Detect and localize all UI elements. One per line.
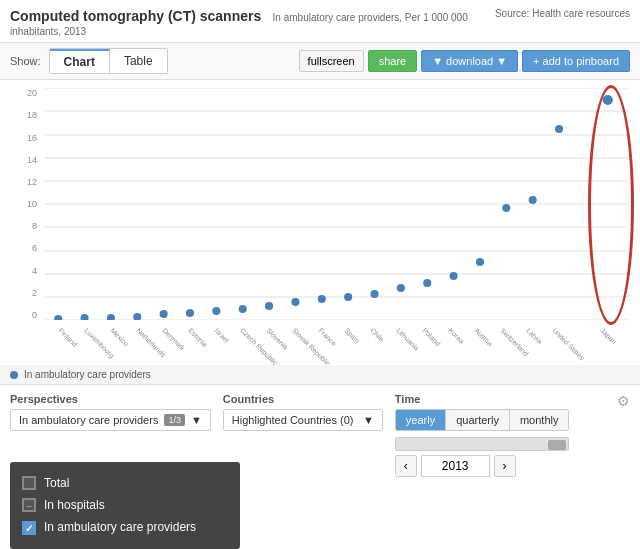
y-label-6: 6 xyxy=(32,243,37,253)
y-label-8: 8 xyxy=(32,221,37,231)
y-label-12: 12 xyxy=(27,177,37,187)
svg-point-15 xyxy=(160,310,168,318)
svg-point-25 xyxy=(423,279,431,287)
year-next-button[interactable]: › xyxy=(494,455,516,477)
dropdown-item-ambulatory[interactable]: ✓ In ambulatory care providers xyxy=(22,516,228,539)
y-label-20: 20 xyxy=(27,88,37,98)
svg-text:Spain: Spain xyxy=(343,327,361,345)
svg-text:Finland: Finland xyxy=(57,327,78,348)
table-tab[interactable]: Table xyxy=(110,49,167,73)
hospitals-checkbox[interactable]: – xyxy=(22,498,36,512)
header-source: Source: Health care resources xyxy=(495,8,630,19)
page-header: Source: Health care resources Computed t… xyxy=(0,0,640,42)
slider-track[interactable] xyxy=(395,437,570,451)
y-label-14: 14 xyxy=(27,155,37,165)
svg-point-13 xyxy=(107,314,115,320)
svg-point-21 xyxy=(318,295,326,303)
svg-point-17 xyxy=(212,307,220,315)
y-label-18: 18 xyxy=(27,110,37,120)
time-group: Time yearly quarterly monthly ‹ 2013 › xyxy=(395,393,570,477)
svg-text:Japan: Japan xyxy=(599,327,618,346)
svg-point-16 xyxy=(186,309,194,317)
perspectives-group: Perspectives In ambulatory care provider… xyxy=(10,393,211,431)
toolbar: Show: Chart Table fullscreen share ▼ dow… xyxy=(0,42,640,80)
svg-point-18 xyxy=(239,305,247,313)
svg-point-31 xyxy=(603,95,613,105)
chart-container: 0 2 4 6 8 10 12 14 16 18 20 xyxy=(0,80,640,365)
y-label-0: 0 xyxy=(32,310,37,320)
svg-point-12 xyxy=(80,314,88,320)
perspective-select[interactable]: In ambulatory care providers 1/3 ▼ xyxy=(10,409,211,431)
svg-point-14 xyxy=(133,313,141,320)
country-dropdown-icon: ▼ xyxy=(363,414,374,426)
svg-point-27 xyxy=(476,258,484,266)
svg-text:Latvia: Latvia xyxy=(525,327,543,345)
show-label: Show: xyxy=(10,55,41,67)
perspectives-dropdown: Total – In hospitals ✓ In ambulatory car… xyxy=(10,462,240,549)
year-navigation: ‹ 2013 › xyxy=(395,455,570,477)
svg-point-29 xyxy=(529,196,537,204)
svg-point-19 xyxy=(265,302,273,310)
svg-point-30 xyxy=(555,125,563,133)
svg-text:Korea: Korea xyxy=(447,327,465,345)
x-axis: Finland Luxembourg Mexico Netherlands De… xyxy=(45,321,628,365)
svg-text:Austria: Austria xyxy=(473,327,493,347)
download-dropdown-icon: ▼ xyxy=(496,55,507,67)
chart-table-tabs: Chart Table xyxy=(49,48,168,74)
settings-icon[interactable]: ⚙ xyxy=(617,393,630,409)
total-checkbox[interactable] xyxy=(22,476,36,490)
perspective-badge: 1/3 xyxy=(164,414,185,426)
svg-point-28 xyxy=(502,204,510,212)
perspective-dropdown-icon: ▼ xyxy=(191,414,202,426)
year-display: 2013 xyxy=(421,455,490,477)
svg-point-24 xyxy=(397,284,405,292)
chart-legend: In ambulatory care providers xyxy=(0,365,640,385)
svg-point-23 xyxy=(370,290,378,298)
time-slider-container xyxy=(395,437,570,451)
svg-text:Lithuania: Lithuania xyxy=(395,327,420,352)
perspectives-label: Perspectives xyxy=(10,393,211,405)
svg-point-26 xyxy=(450,272,458,280)
countries-label: Countries xyxy=(223,393,383,405)
svg-point-11 xyxy=(54,315,62,320)
svg-text:United States: United States xyxy=(551,327,586,362)
slider-handle[interactable] xyxy=(548,440,566,450)
svg-text:Estonia: Estonia xyxy=(187,327,209,349)
y-label-4: 4 xyxy=(32,266,37,276)
svg-point-20 xyxy=(291,298,299,306)
quarterly-button[interactable]: quarterly xyxy=(446,410,510,430)
yearly-button[interactable]: yearly xyxy=(396,410,446,430)
svg-text:Israel: Israel xyxy=(213,327,230,344)
monthly-button[interactable]: monthly xyxy=(510,410,569,430)
dropdown-item-total[interactable]: Total xyxy=(22,472,228,494)
countries-group: Countries Highlighted Countries (0) ▼ xyxy=(223,393,383,431)
ambulatory-checkbox[interactable]: ✓ xyxy=(22,521,36,535)
svg-text:Slovenia: Slovenia xyxy=(265,327,289,351)
fullscreen-button[interactable]: fullscreen xyxy=(299,50,364,72)
y-label-2: 2 xyxy=(32,288,37,298)
country-select[interactable]: Highlighted Countries (0) ▼ xyxy=(223,409,383,431)
chart-svg xyxy=(45,88,628,320)
y-label-16: 16 xyxy=(27,133,37,143)
chart-tab[interactable]: Chart xyxy=(50,49,110,73)
svg-text:Denmark: Denmark xyxy=(161,327,186,352)
y-label-10: 10 xyxy=(27,199,37,209)
legend-dot xyxy=(10,371,18,379)
page-title: Computed tomography (CT) scanners xyxy=(10,8,261,24)
time-label: Time xyxy=(395,393,570,405)
svg-text:France: France xyxy=(317,327,337,347)
svg-point-22 xyxy=(344,293,352,301)
svg-text:Chile: Chile xyxy=(369,327,385,343)
dropdown-item-hospitals[interactable]: – In hospitals xyxy=(22,494,228,516)
svg-text:Poland: Poland xyxy=(421,327,441,347)
time-frequency-buttons: yearly quarterly monthly xyxy=(395,409,570,431)
svg-text:Mexico: Mexico xyxy=(109,327,130,348)
pinboard-button[interactable]: + add to pinboard xyxy=(522,50,630,72)
y-axis: 0 2 4 6 8 10 12 14 16 18 20 xyxy=(0,88,42,320)
download-button[interactable]: ▼ download ▼ xyxy=(421,50,518,72)
year-prev-button[interactable]: ‹ xyxy=(395,455,417,477)
share-button[interactable]: share xyxy=(368,50,418,72)
download-icon: ▼ xyxy=(432,55,443,67)
